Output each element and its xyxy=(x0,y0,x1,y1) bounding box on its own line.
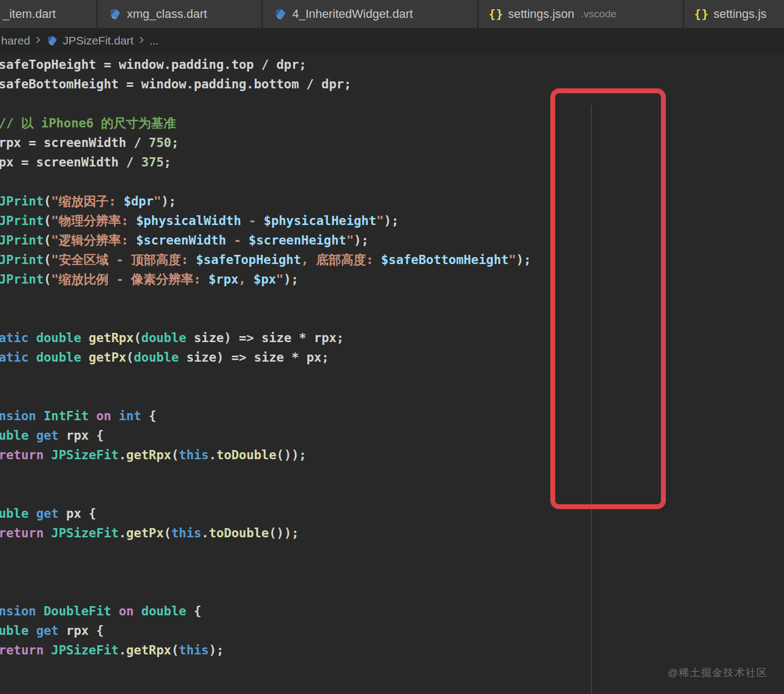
code-line: return JPSizeFit.getRpx(this); xyxy=(0,640,531,660)
code-line: JPrint("逻辑分辨率: $screenWidth - $screenHei… xyxy=(0,230,531,250)
code-line: JPrint("安全区域 - 顶部高度: $safeTopHeight, 底部高… xyxy=(0,250,531,269)
chevron-right-icon: › xyxy=(139,32,144,47)
breadcrumb-item[interactable]: ... xyxy=(149,34,159,47)
breadcrumb-label: hared xyxy=(1,34,30,47)
code-line: px = screenWidth / 375; xyxy=(0,152,531,172)
code-line xyxy=(0,94,531,113)
watermark: @稀土掘金技术社区 xyxy=(667,666,768,680)
tab-bar: _item.dartxmg_class.dart4_InheritedWidge… xyxy=(0,0,784,28)
breadcrumb-item[interactable]: hared xyxy=(1,34,30,47)
tab-settings.js[interactable]: {}settings.js xyxy=(684,0,784,28)
code-line xyxy=(0,309,531,328)
code-line: } xyxy=(0,660,531,679)
code-line: JPrint("缩放因子: $dpr"); xyxy=(0,191,531,211)
chevron-right-icon: › xyxy=(36,32,41,47)
tab-label: settings.json xyxy=(508,7,574,21)
json-icon: {} xyxy=(490,8,503,21)
code-line: safeBottomHeight = window.padding.bottom… xyxy=(0,74,531,94)
json-icon: {} xyxy=(695,8,708,21)
breadcrumb-label: ... xyxy=(149,34,159,47)
dart-icon xyxy=(108,8,121,21)
tab-_item.dart[interactable]: _item.dart xyxy=(0,0,98,28)
dart-icon xyxy=(274,8,287,21)
code-line xyxy=(0,172,531,191)
code-area: safeTopHeight = window.padding.top / dpr… xyxy=(0,55,531,694)
code-line: } xyxy=(0,543,531,562)
code-line: } xyxy=(0,289,531,309)
code-line: return JPSizeFit.getPx(this.toDouble()); xyxy=(0,523,531,543)
tab-xmg_class.dart[interactable]: xmg_class.dart xyxy=(98,0,263,28)
breadcrumb-label: JPSizeFit.dart xyxy=(63,34,134,47)
code-line: } xyxy=(0,465,531,484)
code-line: } xyxy=(0,367,531,387)
editor[interactable]: safeTopHeight = window.padding.top / dpr… xyxy=(0,53,784,694)
code-line: static double getPx(double size) => size… xyxy=(0,348,531,367)
breadcrumb: hared›JPSizeFit.dart›... xyxy=(0,28,784,53)
code-line: safeTopHeight = window.padding.top / dpr… xyxy=(0,55,531,74)
code-line: return JPSizeFit.getRpx(this.toDouble())… xyxy=(0,445,531,465)
tab-label: _item.dart xyxy=(3,7,56,21)
dart-icon xyxy=(46,35,58,47)
code-line: double get rpx { xyxy=(0,426,531,445)
code-line xyxy=(0,582,531,601)
tab-suffix: .vscode xyxy=(581,8,616,20)
code-line: extension DoubleFit on double { xyxy=(0,601,531,621)
code-line: extension IntFit on int { xyxy=(0,406,531,426)
breadcrumb-item[interactable]: JPSizeFit.dart xyxy=(46,34,134,47)
code-line: static double getRpx(double size) => siz… xyxy=(0,328,531,348)
code-line: double get rpx { xyxy=(0,621,531,640)
tab-label: settings.js xyxy=(714,7,767,21)
annotation-rectangle xyxy=(550,88,666,509)
code-line: double get px { xyxy=(0,504,531,523)
code-line: JPrint("缩放比例 - 像素分辨率: $rpx, $px"); xyxy=(0,269,531,289)
code-line: // 以 iPhone6 的尺寸为基准 xyxy=(0,113,531,133)
code-line xyxy=(0,484,531,504)
tab-4_InheritedWidget.dart[interactable]: 4_InheritedWidget.dart xyxy=(263,0,479,28)
tab-settings.json[interactable]: {}settings.json.vscode xyxy=(479,0,684,28)
code-line: JPrint("物理分辨率: $physicalWidth - $physica… xyxy=(0,211,531,230)
tab-label: 4_InheritedWidget.dart xyxy=(292,7,413,21)
code-line: rpx = screenWidth / 750; xyxy=(0,133,531,152)
tab-label: xmg_class.dart xyxy=(127,7,207,21)
code-line xyxy=(0,387,531,406)
code-line: } xyxy=(0,562,531,582)
code-line xyxy=(0,679,531,694)
